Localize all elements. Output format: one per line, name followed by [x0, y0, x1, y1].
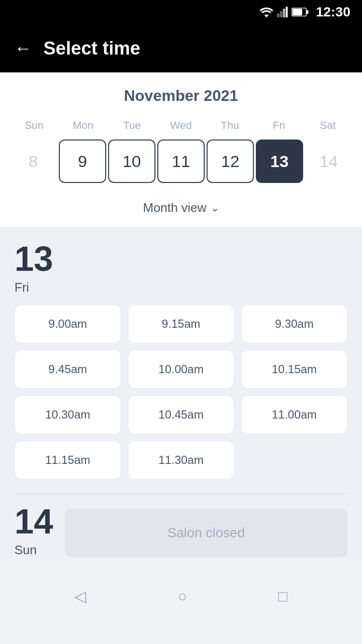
- app-header: ← Select time: [0, 24, 362, 72]
- day-13-number: 13: [14, 241, 53, 276]
- slot-1045am[interactable]: 10.45am: [128, 395, 235, 434]
- bottom-nav: [0, 577, 362, 616]
- slots-area: 13 Fri 9.00am 9.15am 9.30am 9.45am 10.00…: [0, 227, 362, 558]
- calendar-section: November 2021 Sun Mon Tue Wed Thu Fri Sa…: [0, 72, 362, 193]
- slot-915am[interactable]: 9.15am: [128, 305, 235, 343]
- weekday-tue: Tue: [108, 116, 156, 135]
- weekday-thu: Thu: [206, 116, 254, 135]
- status-icons: 12:30: [260, 4, 350, 20]
- day-13-header: 13 Fri: [14, 241, 348, 295]
- day-8[interactable]: 8: [10, 140, 57, 183]
- nav-recent-button[interactable]: [278, 588, 287, 605]
- status-bar: 12:30: [0, 0, 362, 24]
- days-row: 8 9 10 11 12 13 14: [10, 140, 352, 193]
- month-view-toggle[interactable]: Month view ⌄: [0, 193, 362, 227]
- page-title: Select time: [43, 38, 140, 59]
- svg-rect-6: [306, 10, 308, 14]
- day-14-section: 14 Sun Salon closed: [14, 504, 348, 558]
- month-title: November 2021: [10, 87, 352, 105]
- day-10[interactable]: 10: [108, 140, 155, 183]
- weekdays-row: Sun Mon Tue Wed Thu Fri Sat: [10, 116, 352, 135]
- slot-1100am[interactable]: 11.00am: [241, 395, 348, 434]
- day-13-name: Fri: [14, 280, 53, 295]
- weekday-sun: Sun: [10, 116, 58, 135]
- salon-closed-box: Salon closed: [65, 509, 348, 557]
- day-14-header: 14 Sun Salon closed: [14, 504, 348, 558]
- svg-rect-5: [292, 9, 302, 15]
- day-12[interactable]: 12: [207, 140, 254, 183]
- slot-1015am[interactable]: 10.15am: [241, 350, 348, 389]
- section-divider: [14, 494, 348, 494]
- svg-rect-1: [280, 11, 282, 17]
- day-11[interactable]: 11: [157, 140, 205, 183]
- svg-rect-3: [286, 7, 288, 17]
- status-time: 12:30: [316, 4, 350, 20]
- month-view-label: Month view: [143, 200, 207, 215]
- chevron-down-icon: ⌄: [210, 202, 219, 214]
- nav-back-button[interactable]: [74, 587, 86, 605]
- day-14-name: Sun: [14, 543, 53, 558]
- slot-930am[interactable]: 9.30am: [241, 305, 348, 343]
- slot-1115am[interactable]: 11.15am: [14, 441, 121, 479]
- day-14-number: 14: [14, 504, 53, 539]
- slot-1130am[interactable]: 11.30am: [128, 441, 235, 479]
- slot-1000am[interactable]: 10.00am: [128, 350, 235, 389]
- slot-900am[interactable]: 9.00am: [14, 305, 121, 343]
- day-14[interactable]: 14: [305, 140, 352, 183]
- day-14-info: 14 Sun: [14, 504, 53, 558]
- day-13-section: 13 Fri 9.00am 9.15am 9.30am 9.45am 10.00…: [14, 241, 348, 479]
- svg-rect-2: [283, 9, 285, 17]
- back-button[interactable]: ←: [14, 40, 32, 57]
- weekday-mon: Mon: [58, 116, 107, 135]
- salon-closed-text: Salon closed: [167, 525, 245, 541]
- weekday-fri: Fri: [254, 116, 303, 135]
- weekday-sat: Sat: [304, 116, 352, 135]
- signal-icon: [277, 7, 288, 17]
- battery-icon: [292, 8, 309, 16]
- day-13[interactable]: 13: [256, 140, 303, 183]
- day-13-info: 13 Fri: [14, 241, 53, 295]
- svg-rect-0: [277, 14, 279, 17]
- day-13-time-grid: 9.00am 9.15am 9.30am 9.45am 10.00am 10.1…: [14, 305, 348, 479]
- wifi-icon: [260, 7, 273, 17]
- day-9[interactable]: 9: [59, 140, 106, 183]
- slot-1030am[interactable]: 10.30am: [14, 395, 121, 434]
- slot-945am[interactable]: 9.45am: [14, 350, 121, 389]
- nav-home-button[interactable]: [178, 588, 187, 605]
- weekday-wed: Wed: [156, 116, 205, 135]
